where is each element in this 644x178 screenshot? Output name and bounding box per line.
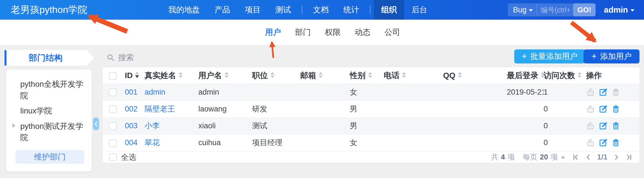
section-tab[interactable]: 动态 [355,27,370,38]
row-checkbox[interactable] [109,105,117,113]
username-label: admin [604,5,628,15]
trash-icon[interactable] [611,88,620,97]
department-tree: python全栈开发学院 linux学院 python测试开发学院 维护部门 [6,70,92,172]
edit-icon[interactable] [599,104,608,113]
topbar-nav-item[interactable]: 统计 [336,0,366,20]
column-header[interactable]: 邮箱 [300,67,350,84]
section-tab[interactable]: 权限 [325,27,341,38]
cell-gender: 女 [350,84,384,101]
realname-link[interactable]: admin [145,88,166,96]
realname-link[interactable]: 小李 [145,122,160,130]
edit-icon[interactable] [599,138,608,147]
first-page-button[interactable] [572,154,579,161]
nav-divider [302,5,302,14]
table-row: 004 翠花 cuihua 项目经理 女 0 [103,134,639,151]
cell-qq [443,101,507,117]
realname-link[interactable]: 隔壁老王 [145,105,175,113]
trash-icon[interactable] [611,138,620,147]
column-header[interactable]: 最后登录 [507,67,544,84]
topbar-nav-item[interactable]: 我的地盘 [161,0,207,20]
column-header-label: ID [125,71,133,80]
row-checkbox[interactable] [109,88,117,96]
column-header[interactable]: ID [125,67,144,84]
users-table: ID 真实姓名 用户名 职位 [103,67,639,151]
table-row: 003 小李 xiaoli 测试 男 0 [103,117,639,134]
column-header[interactable]: 性别 [350,67,384,84]
section-tab[interactable]: 部门 [295,27,311,38]
batch-add-user-button[interactable]: + 批量添加用户 [514,49,585,63]
edit-icon[interactable] [599,88,608,97]
next-page-button[interactable] [613,154,620,161]
user-id-link[interactable]: 002 [125,105,137,113]
header-checkbox[interactable] [109,72,117,80]
row-actions [586,138,639,147]
quickfind-input[interactable] [537,6,573,14]
nav-item-label: 项目 [245,4,261,15]
tree-item[interactable]: linux学院 [20,105,87,117]
sidebar-collapse-handle[interactable] [93,117,99,130]
user-id-link[interactable]: 003 [125,122,137,130]
maintain-department-button[interactable]: 维护部门 [15,150,84,164]
lock-icon[interactable] [586,104,595,113]
caret-down-icon [529,9,533,12]
trash-icon[interactable] [611,104,620,113]
column-header[interactable]: QQ [443,67,507,84]
lock-icon[interactable] [586,138,595,147]
app-logo[interactable]: 老男孩python学院 [11,3,87,16]
column-header[interactable]: 职位 [252,67,300,84]
sort-icon [319,72,323,78]
last-page-button[interactable] [625,154,633,161]
total-count: 4 [501,153,505,161]
cell-position: 项目经理 [252,134,300,151]
column-header[interactable]: 用户名 [198,67,252,84]
add-user-button[interactable]: + 添加用户 [583,49,639,63]
select-all-checkbox[interactable] [109,153,117,161]
nav-item-label: 产品 [214,4,230,15]
user-id-link[interactable]: 001 [125,88,137,96]
row-actions [586,104,639,113]
column-header-label: 访问次数 [544,71,575,80]
topbar-nav-item[interactable]: 产品 [207,0,238,20]
user-menu[interactable]: admin [604,5,634,15]
users-table-card: ID 真实姓名 用户名 职位 [103,67,639,163]
tree-item[interactable]: python全栈开发学院 [20,79,87,101]
search-box[interactable]: 搜索 [106,52,134,63]
tree-item-label: python全栈开发学院 [20,80,83,100]
column-header[interactable]: 电话 [384,67,443,84]
row-checkbox[interactable] [109,139,117,147]
column-header[interactable]: 真实姓名 [145,67,198,84]
topbar-nav-item[interactable]: 文档 [306,0,336,20]
section-tab[interactable]: 用户 [265,27,281,38]
table-row: 002 隔壁老王 laowang 研发 男 0 [103,101,639,117]
row-checkbox[interactable] [109,122,117,130]
lock-icon[interactable] [586,88,595,97]
row-actions [586,121,639,130]
cell-last-login [507,117,544,134]
chevron-left-icon [94,121,98,127]
nav-item-label: 统计 [343,4,359,15]
realname-link[interactable]: 翠花 [145,138,160,147]
column-header[interactable]: 操作 [586,67,639,84]
trash-icon[interactable] [611,121,620,130]
cell-email [300,134,350,151]
topbar-nav-item[interactable]: 项目 [238,0,268,20]
tab-label: 动态 [355,28,370,36]
sort-icon [402,72,406,78]
search-type-dropdown[interactable]: Bug [509,6,537,14]
user-id-link[interactable]: 004 [125,138,137,147]
caret-right-icon[interactable] [12,123,15,128]
prev-page-button[interactable] [585,154,592,161]
add-user-label: 添加用户 [600,51,632,62]
section-tab[interactable]: 公司 [384,27,400,38]
sidebar-title: 部门结构 [5,50,94,66]
go-button[interactable]: GO! [573,3,595,16]
topbar-nav-item[interactable]: 后台 [404,0,435,20]
column-header[interactable]: 访问次数 [544,67,586,84]
per-page-dropdown-caret[interactable] [561,156,565,158]
edit-icon[interactable] [599,121,608,130]
lock-icon[interactable] [586,121,595,130]
topbar-nav-item[interactable]: 测试 [268,0,298,20]
total-prefix: 共 [491,152,498,162]
tree-item[interactable]: python测试开发学院 [20,121,87,143]
topbar-nav-item[interactable]: 组织 [374,0,404,20]
